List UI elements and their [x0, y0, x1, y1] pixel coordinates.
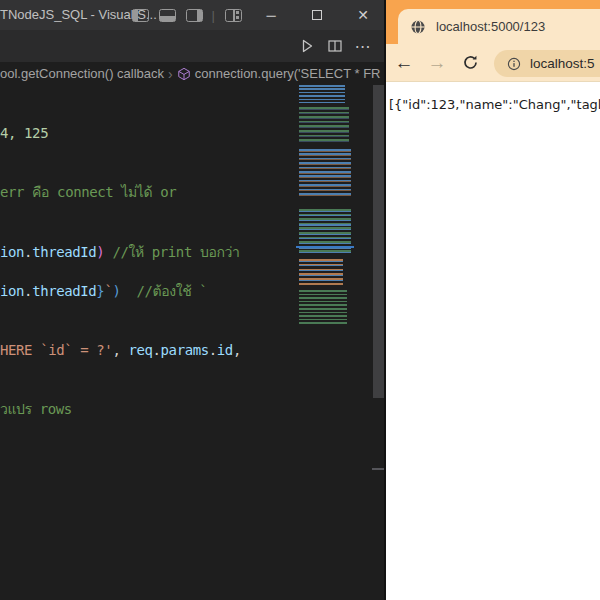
site-info-icon[interactable] [507, 57, 521, 71]
minimap-code-block [299, 107, 349, 143]
breadcrumb: ool.getConnection() callback › connectio… [0, 62, 386, 85]
address-url: localhost:5 [530, 56, 595, 71]
reload-button[interactable] [455, 48, 485, 78]
symbol-method-icon [177, 67, 191, 81]
code-line: วแปร rows [0, 400, 300, 420]
toggle-primary-sidebar-icon[interactable] [132, 9, 149, 22]
run-file-button[interactable] [294, 33, 320, 59]
code-line: err คือ connect ไม่ได้ or [0, 183, 300, 203]
address-bar[interactable]: localhost:5 [494, 50, 600, 77]
code-line [0, 302, 300, 322]
breadcrumb-chevron-icon: › [168, 66, 173, 82]
vscode-editor-tabbar: ⋯ [0, 30, 386, 62]
vscode-titlebar[interactable]: TNodeJS_SQL - Visual S... | ─ ✕ [0, 0, 386, 30]
minimap-code-block [299, 209, 351, 255]
maximize-icon [312, 10, 322, 20]
code-line [0, 321, 300, 341]
tab-title: localhost:5000/123 [436, 19, 545, 34]
code-line [0, 203, 300, 223]
code-line: ion.threadId}`) //ต้องใช้ ` [0, 282, 300, 302]
scrollbar-thumb[interactable] [373, 85, 385, 398]
browser-toolbar: ← → localhost:5 [386, 44, 600, 82]
globe-icon [410, 19, 426, 35]
split-editor-button[interactable] [322, 33, 348, 59]
code-line [0, 144, 300, 164]
run-icon [299, 38, 315, 54]
browser-window: localhost:5000/123 ← → localhost:5 [386, 0, 600, 600]
browser-header: localhost:5000/123 [386, 0, 600, 44]
minimap-code-block [299, 259, 343, 285]
minimap[interactable] [296, 85, 354, 415]
code-line [0, 361, 300, 381]
code-line [0, 223, 300, 243]
vscode-titlebar-actions: | ─ ✕ [127, 0, 386, 30]
code-line: ion.threadId) //ให้ print บอกว่า [0, 243, 300, 263]
code-line: HERE `id` = ?', req.params.id, [0, 341, 300, 361]
code-line [0, 164, 300, 184]
code-line [0, 85, 300, 105]
code-line [0, 105, 300, 125]
overview-ruler-mark [372, 468, 386, 470]
screen: TNodeJS_SQL - Visual S... | ─ ✕ [0, 0, 600, 600]
close-button[interactable]: ✕ [340, 0, 386, 30]
minimize-button[interactable]: ─ [248, 0, 294, 30]
browser-page: [{"id":123,"name":"Chang","tagline [386, 82, 600, 600]
minimap-code-block [299, 85, 345, 103]
code-line: 4, 125 [0, 124, 300, 144]
minimap-code-block [299, 149, 351, 197]
back-button[interactable]: ← [389, 48, 419, 78]
toggle-secondary-sidebar-icon[interactable] [186, 9, 203, 22]
customize-layout-icon[interactable] [225, 9, 242, 22]
browser-tab[interactable]: localhost:5000/123 [398, 9, 600, 44]
json-response-text: [{"id":123,"name":"Chang","tagline [389, 97, 600, 112]
breadcrumb-item-callback[interactable]: ool.getConnection() callback [0, 66, 164, 81]
maximize-button[interactable] [294, 0, 340, 30]
split-editor-icon [327, 38, 343, 54]
minimap-code-block [299, 290, 347, 325]
editor-scrollbar[interactable] [372, 85, 386, 600]
code-line [0, 380, 300, 400]
breadcrumb-item-query[interactable]: connection.query('SELECT * FR [195, 66, 381, 81]
more-actions-button[interactable]: ⋯ [350, 33, 376, 59]
code-line [0, 262, 300, 282]
code-lines: 4, 125err คือ connect ไม่ได้ orion.threa… [0, 85, 300, 420]
forward-button[interactable]: → [422, 48, 452, 78]
vscode-window: TNodeJS_SQL - Visual S... | ─ ✕ [0, 0, 386, 600]
code-editor[interactable]: 4, 125err คือ connect ไม่ได้ orion.threa… [0, 85, 386, 600]
reload-icon [462, 54, 479, 71]
titlebar-separator: | [212, 8, 215, 23]
minimap-current-line-indicator [296, 246, 354, 248]
toggle-panel-icon[interactable] [159, 9, 176, 22]
